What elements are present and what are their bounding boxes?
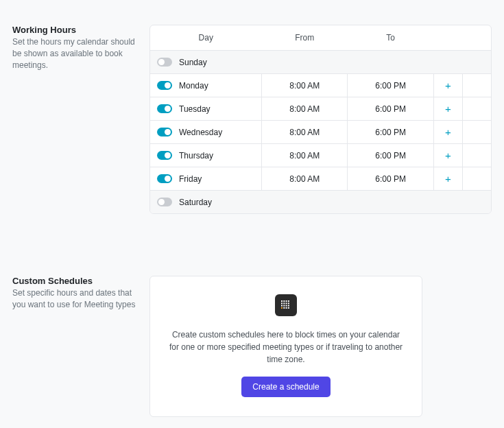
day-label: Sunday [179,58,207,67]
svg-rect-3 [286,300,287,302]
custom-schedules-card: Create custom schedules here to block ti… [149,276,422,417]
delete-slot-cell[interactable] [462,74,491,97]
to-cell[interactable]: 6:00 PM [348,121,433,144]
svg-rect-6 [283,302,285,304]
svg-rect-16 [288,307,289,309]
working-hours-table: Day From To Sunday [150,25,491,213]
to-cell[interactable]: 6:00 PM [348,167,433,191]
toggle-friday[interactable] [157,174,172,183]
column-to: To [348,25,433,51]
svg-rect-12 [288,305,289,307]
svg-rect-11 [286,305,287,307]
working-hours-desc: Set the hours my calendar should be show… [12,36,137,71]
column-from: From [262,25,348,51]
to-cell[interactable]: 6:00 PM [348,74,433,97]
custom-schedules-desc: Set specific hours and dates that you wa… [12,287,137,311]
custom-schedules-section: Custom Schedules Set specific hours and … [12,276,492,417]
add-slot-button[interactable]: + [434,74,462,97]
create-schedule-button[interactable]: Create a schedule [241,377,330,397]
column-delete [462,25,491,51]
svg-rect-15 [286,307,287,309]
svg-rect-10 [283,305,285,307]
day-label: Thursday [179,151,213,160]
plus-icon: + [445,173,451,185]
svg-rect-8 [288,302,289,304]
day-label: Wednesday [179,128,222,137]
svg-rect-2 [283,300,285,302]
day-row-wednesday: Wednesday 8:00 AM 6:00 PM + [150,121,491,144]
calendar-grid-icon [275,294,297,316]
day-label: Friday [179,174,202,184]
plus-icon: + [445,80,451,91]
plus-icon: + [445,103,451,115]
custom-schedules-header: Custom Schedules Set specific hours and … [12,276,149,417]
svg-rect-4 [288,300,289,302]
svg-rect-9 [281,305,283,307]
day-label: Saturday [179,198,212,207]
day-row-thursday: Thursday 8:00 AM 6:00 PM + [150,144,491,167]
delete-slot-cell[interactable] [462,121,491,144]
add-slot-button[interactable]: + [434,121,462,143]
delete-slot-cell[interactable] [462,97,491,121]
to-cell[interactable]: 6:00 PM [348,144,433,167]
toggle-saturday[interactable] [157,198,172,206]
delete-slot-cell[interactable] [462,144,491,167]
from-cell[interactable]: 8:00 AM [262,167,348,191]
svg-rect-5 [281,302,283,304]
column-day: Day [150,25,262,51]
from-cell[interactable]: 8:00 AM [262,144,348,167]
to-cell[interactable]: 6:00 PM [348,97,433,121]
working-hours-table-card: Day From To Sunday [149,25,492,214]
toggle-wednesday[interactable] [157,128,172,136]
svg-rect-1 [281,300,283,302]
delete-slot-cell[interactable] [462,167,491,191]
toggle-thursday[interactable] [157,151,172,160]
custom-schedules-card-desc: Create custom schedules here to block ti… [167,329,405,366]
day-row-saturday: Saturday [150,191,491,214]
column-add [433,25,462,51]
toggle-tuesday[interactable] [157,104,172,113]
from-cell[interactable]: 8:00 AM [262,74,348,97]
from-cell[interactable]: 8:00 AM [262,121,348,144]
working-hours-section: Working Hours Set the hours my calendar … [12,25,492,214]
from-cell[interactable]: 8:00 AM [262,97,348,121]
day-row-friday: Friday 8:00 AM 6:00 PM + [150,167,491,191]
toggle-monday[interactable] [157,81,172,90]
day-row-sunday: Sunday [150,51,491,74]
plus-icon: + [445,150,451,161]
day-label: Tuesday [179,104,211,114]
day-label: Monday [179,81,208,91]
svg-rect-7 [286,302,287,304]
svg-rect-13 [281,307,283,309]
custom-schedules-title: Custom Schedules [12,276,137,286]
plus-icon: + [445,126,451,138]
add-slot-button[interactable]: + [434,144,462,167]
working-hours-title: Working Hours [12,25,137,35]
add-slot-button[interactable]: + [434,167,462,190]
day-row-tuesday: Tuesday 8:00 AM 6:00 PM + [150,97,491,121]
add-slot-button[interactable]: + [434,97,462,120]
day-row-monday: Monday 8:00 AM 6:00 PM + [150,74,491,97]
working-hours-header: Working Hours Set the hours my calendar … [12,25,149,214]
toggle-sunday[interactable] [157,58,172,67]
svg-rect-14 [283,307,285,309]
